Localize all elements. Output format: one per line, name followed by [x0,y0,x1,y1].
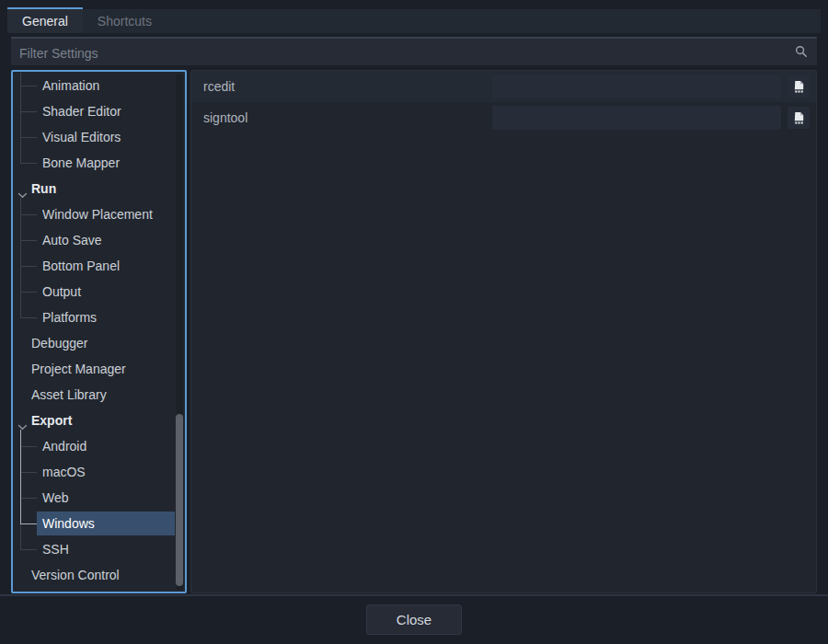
search-icon [795,45,808,58]
file-dialog-icon [792,110,806,125]
tree-item-label: Visual Editors [42,124,121,150]
chevron-down-icon[interactable] [17,418,28,424]
tree-item-label: SSH [42,536,69,562]
signtool-browse-button[interactable] [788,107,810,129]
tree-item-animation[interactable]: Animation [13,73,185,98]
tree-item-label: Auto Save [42,227,102,253]
tree-item-bottom-panel[interactable]: Bottom Panel [13,253,185,279]
tree-item-label: Bone Mapper [42,150,120,176]
tree-item-label: Android [42,433,86,459]
tree-item-shader-editor[interactable]: Shader Editor [13,98,185,124]
tree-item-android[interactable]: Android [13,433,185,459]
tree-item-label: Window Placement [42,201,153,227]
tree-item-window-placement[interactable]: Window Placement [13,201,185,227]
tree-item-platforms[interactable]: Platforms [13,305,185,330]
tree-item-debugger[interactable]: Debugger [13,330,185,356]
setting-label: signtool [191,110,492,125]
tree-item-bone-mapper[interactable]: Bone Mapper [13,150,185,176]
tree-item-label: Version Control [31,562,120,588]
file-dialog-icon [792,79,806,94]
tree-item-ssh[interactable]: SSH [13,536,185,562]
filter-settings-input[interactable] [11,40,817,65]
setting-row-rcedit: rcedit [191,71,816,102]
tree-item-output[interactable]: Output [13,279,185,305]
tree-item-auto-save[interactable]: Auto Save [13,227,185,253]
editor-settings-dialog: General Shortcuts AnimationShader Editor… [0,0,828,644]
tree-item-label: Output [42,279,81,305]
tab-bar: General Shortcuts [7,9,821,33]
tree-item-label: Debugger [31,330,88,356]
tree-item-label: Bottom Panel [42,253,120,279]
tree-item-label: Windows [42,511,95,536]
tree-item-label: Project Manager [31,356,126,382]
signtool-input[interactable] [492,106,781,130]
tree-item-web[interactable]: Web [13,485,185,511]
tree-item-asset-library[interactable]: Asset Library [13,382,185,408]
tree-item-label: Platforms [42,305,97,330]
sidebar-scrollbar-grabber[interactable] [176,414,183,586]
tree-item-label: Web [42,485,69,511]
tree-item-label: Export [31,408,72,433]
tree-item-label: Asset Library [31,382,107,408]
close-button[interactable]: Close [366,604,462,635]
tree-item-label: Run [31,176,56,201]
tab-general[interactable]: General [7,7,83,33]
tree-item-label: Animation [42,73,99,98]
settings-panel: rceditsigntool [190,70,817,593]
chevron-down-icon[interactable] [17,186,28,192]
setting-row-signtool: signtool [191,102,816,133]
footer-separator [0,594,828,596]
filter-bar [11,37,817,65]
tree-item-label: Shader Editor [42,98,121,124]
setting-label: rcedit [191,79,492,94]
tree-item-run[interactable]: Run [13,176,185,201]
tree-item-export[interactable]: Export [13,408,185,433]
tree-item-label: macOS [42,459,86,485]
tree-rows: AnimationShader EditorVisual EditorsBone… [13,73,185,588]
tree-item-visual-editors[interactable]: Visual Editors [13,124,185,150]
tree-item-version-control[interactable]: Version Control [13,562,185,588]
rcedit-input[interactable] [492,75,781,98]
tree-item-windows[interactable]: Windows [13,511,185,536]
tree-item-project-manager[interactable]: Project Manager [13,356,185,382]
settings-sections-tree: AnimationShader EditorVisual EditorsBone… [11,70,187,593]
tree-item-macos[interactable]: macOS [13,459,185,485]
rcedit-browse-button[interactable] [788,75,810,98]
tab-shortcuts[interactable]: Shortcuts [83,9,167,33]
